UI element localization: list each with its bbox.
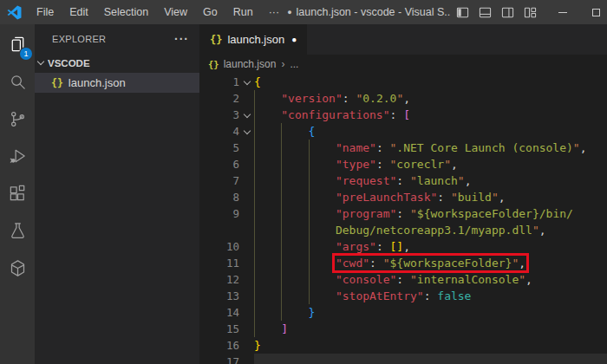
code-line-content[interactable]: "stopAtEntry": false bbox=[254, 288, 607, 304]
code-row[interactable]: 11"cwd": "${workspaceFolder}", bbox=[199, 255, 607, 271]
fold-spacer bbox=[239, 238, 254, 255]
fold-chevron-down-icon[interactable] bbox=[239, 123, 254, 140]
fold-spacer bbox=[239, 354, 254, 364]
code-row[interactable]: 3"configurations": [ bbox=[199, 107, 607, 123]
fold-chevron-down-icon[interactable] bbox=[239, 107, 254, 123]
json-file-icon: {} bbox=[51, 77, 63, 89]
sidebar-item-launch-json[interactable]: {} launch.json bbox=[35, 73, 199, 93]
minimize-icon[interactable] bbox=[552, 0, 574, 24]
menu-run[interactable]: Run bbox=[225, 0, 261, 24]
fold-spacer bbox=[239, 172, 254, 189]
code-row[interactable]: 8"preLaunchTask": "build", bbox=[199, 189, 607, 205]
fold-spacer bbox=[239, 140, 254, 156]
code-line-content[interactable]: "args": [], bbox=[254, 238, 607, 255]
activity-extensions[interactable] bbox=[0, 175, 35, 212]
line-number: 15 bbox=[199, 321, 239, 337]
activity-bar: 1 bbox=[0, 24, 35, 364]
json-file-icon: {} bbox=[208, 59, 219, 69]
code-line-content[interactable]: "version": "0.2.0", bbox=[254, 90, 607, 107]
code-row[interactable]: 10"args": [], bbox=[199, 238, 607, 255]
code-line-content[interactable] bbox=[254, 354, 607, 364]
code-line-content[interactable]: "console": "internalConsole", bbox=[254, 271, 607, 288]
code-row[interactable]: 2"version": "0.2.0", bbox=[199, 90, 607, 107]
code-row[interactable]: 6"type": "coreclr", bbox=[199, 156, 607, 172]
activity-hexagon-extension[interactable] bbox=[0, 250, 35, 287]
fold-spacer bbox=[239, 337, 254, 354]
line-number: 12 bbox=[199, 271, 239, 288]
code-row[interactable]: 17 bbox=[199, 354, 607, 364]
fold-spacer bbox=[239, 271, 254, 288]
editor-group: {} launch.json ● {} launch.json › ... 1{… bbox=[199, 24, 607, 364]
menu-edit[interactable]: Edit bbox=[62, 0, 96, 24]
activity-run-debug[interactable] bbox=[0, 138, 35, 175]
sidebar-title: EXPLORER bbox=[52, 34, 106, 44]
code-row[interactable]: 5"name": ".NET Core Launch (console)", bbox=[199, 140, 607, 156]
code-line-content[interactable]: Debug/netcoreapp3.1/myapp.dll", bbox=[254, 222, 607, 238]
fold-spacer bbox=[239, 222, 254, 238]
flask-icon bbox=[8, 221, 28, 241]
activity-testing[interactable] bbox=[0, 212, 35, 250]
code-row[interactable]: 14} bbox=[199, 304, 607, 321]
activity-search[interactable] bbox=[0, 63, 35, 101]
layout-sidebar-right-icon[interactable] bbox=[496, 0, 519, 24]
code-line-content[interactable]: ] bbox=[254, 321, 607, 337]
layout-panel-icon[interactable] bbox=[473, 0, 496, 24]
sidebar-section-vscode[interactable]: VSCODE bbox=[35, 53, 199, 73]
code-row[interactable]: 1{ bbox=[199, 74, 607, 90]
code-line-content[interactable]: "program": "${workspaceFolder}/bin/ bbox=[254, 205, 607, 222]
code-line-content[interactable]: "request": "launch", bbox=[254, 172, 607, 189]
code-row[interactable]: 15] bbox=[199, 321, 607, 337]
code-row[interactable]: Debug/netcoreapp3.1/myapp.dll", bbox=[199, 222, 607, 238]
code-row[interactable]: 4{ bbox=[199, 123, 607, 140]
code-line-content[interactable]: "preLaunchTask": "build", bbox=[254, 189, 607, 205]
code-line-content[interactable]: "type": "coreclr", bbox=[254, 156, 607, 172]
search-icon bbox=[8, 72, 28, 92]
chevron-right-icon: › bbox=[281, 58, 284, 70]
code-line-content[interactable]: } bbox=[254, 337, 607, 354]
code-row[interactable]: 16} bbox=[199, 337, 607, 354]
breadcrumb-file[interactable]: launch.json bbox=[224, 58, 277, 70]
file-label: launch.json bbox=[69, 76, 126, 89]
fold-spacer bbox=[239, 90, 254, 107]
line-number: 16 bbox=[199, 337, 239, 354]
fold-spacer bbox=[239, 205, 254, 222]
code-line-content[interactable]: { bbox=[254, 74, 607, 90]
fold-spacer bbox=[239, 304, 254, 321]
line-number: 14 bbox=[199, 304, 239, 321]
code-row[interactable]: 7"request": "launch", bbox=[199, 172, 607, 189]
explorer-sidebar: EXPLORER ··· VSCODE {} launch.json bbox=[35, 24, 199, 364]
layout-sidebar-left-icon[interactable] bbox=[451, 0, 473, 24]
tab-label: launch.json bbox=[227, 33, 284, 46]
fold-spacer bbox=[239, 156, 254, 172]
code-editor[interactable]: 1{2"version": "0.2.0",3"configurations":… bbox=[199, 74, 607, 364]
fold-spacer bbox=[239, 255, 254, 271]
dirty-dot-icon: ● bbox=[287, 8, 291, 16]
line-number: 8 bbox=[199, 189, 239, 205]
menu-go[interactable]: Go bbox=[195, 0, 225, 24]
code-line-content[interactable]: "name": ".NET Core Launch (console)", bbox=[254, 140, 607, 156]
code-line-content[interactable]: "configurations": [ bbox=[254, 107, 607, 123]
code-line-content[interactable]: { bbox=[254, 123, 607, 140]
maximize-icon[interactable] bbox=[584, 0, 607, 24]
code-row[interactable]: 9"program": "${workspaceFolder}/bin/ bbox=[199, 205, 607, 222]
code-row[interactable]: 13"stopAtEntry": false bbox=[199, 288, 607, 304]
activity-source-control[interactable] bbox=[0, 101, 35, 138]
layout-customize-icon[interactable] bbox=[519, 0, 541, 24]
line-number: 3 bbox=[199, 107, 239, 123]
code-line-content[interactable]: "cwd": "${workspaceFolder}", bbox=[254, 255, 607, 271]
code-row[interactable]: 12"console": "internalConsole", bbox=[199, 271, 607, 288]
sidebar-more-actions-icon[interactable]: ··· bbox=[174, 32, 189, 46]
activity-explorer[interactable]: 1 bbox=[0, 26, 35, 63]
line-number: 5 bbox=[199, 140, 239, 156]
menu-selection[interactable]: Selection bbox=[96, 0, 156, 24]
fold-chevron-down-icon[interactable] bbox=[239, 74, 254, 90]
menu-more[interactable]: ··· bbox=[261, 0, 288, 24]
dirty-dot-icon[interactable]: ● bbox=[291, 35, 297, 44]
menu-file[interactable]: File bbox=[29, 0, 62, 24]
menu-view[interactable]: View bbox=[156, 0, 195, 24]
breadcrumb-more[interactable]: ... bbox=[290, 58, 298, 70]
line-number: 10 bbox=[199, 238, 239, 255]
code-line-content[interactable]: } bbox=[254, 304, 607, 321]
tab-launch-json[interactable]: {} launch.json ● bbox=[199, 24, 307, 55]
breadcrumb[interactable]: {} launch.json › ... bbox=[199, 55, 607, 74]
